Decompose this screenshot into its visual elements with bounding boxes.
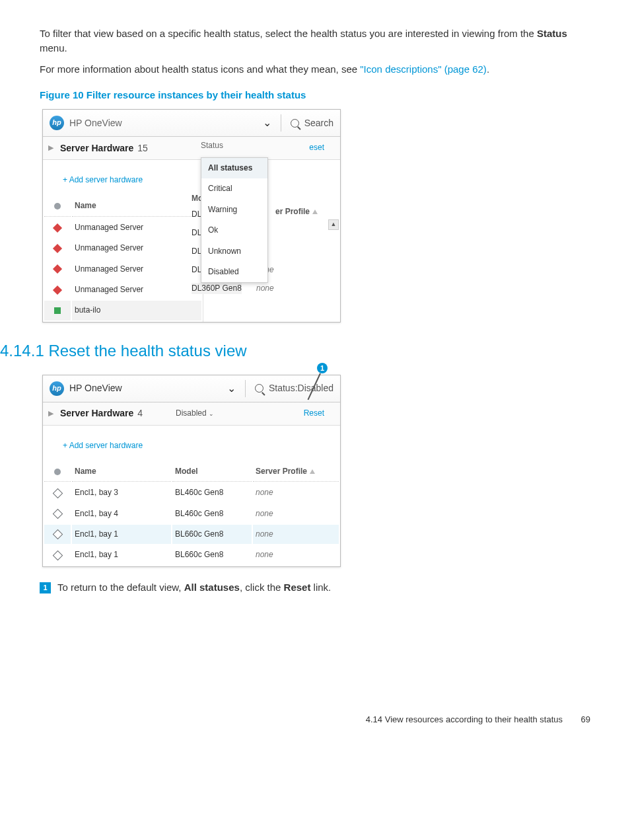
app-header: hp HP OneView ⌄ Status:Disabled (43, 375, 340, 402)
disabled-icon (52, 488, 63, 498)
left-pane: + Add server hardware Name Unmanaged Ser… (43, 160, 203, 322)
app-title: HP OneView (69, 381, 122, 395)
table-row[interactable]: Unmanaged Server (44, 218, 201, 237)
screenshot-reset-view: hp HP OneView ⌄ Status:Disabled ▶ Server… (42, 375, 341, 567)
col-model-header[interactable]: Model (172, 463, 252, 482)
footer-text: 4.14 View resources according to their h… (366, 714, 563, 726)
dropdown-item-warning[interactable]: Warning (201, 200, 267, 220)
sort-icon[interactable] (312, 210, 318, 214)
count-badge: 15 (137, 143, 148, 153)
subheader-row: ▶ Server Hardware 4 Disabled ⌄ Reset (43, 402, 340, 426)
page-number: 69 (572, 714, 590, 726)
ok-icon (54, 307, 61, 314)
table-row[interactable]: Encl1, bay 1 BL660c Gen8 none (44, 525, 339, 544)
screenshot-figure-10: hp HP OneView ⌄ Search ▶ Server Hardware… (42, 109, 341, 323)
table-row[interactable]: Unmanaged Server (44, 260, 201, 279)
link-icon-descriptions[interactable]: "Icon descriptions" (page 62) (360, 63, 487, 75)
critical-icon (53, 286, 62, 295)
text-bold: Status (537, 28, 567, 39)
col-server-profile-header[interactable]: Server Profile (253, 463, 339, 482)
status-dropdown[interactable]: All statuses Critical Warning Ok Unknown… (201, 157, 268, 283)
col-name-header[interactable]: Name (72, 198, 201, 216)
intro-paragraph-2: For more information about health status… (40, 62, 590, 77)
page-footer: 4.14 View resources according to their h… (40, 714, 590, 726)
chevron-down-icon[interactable]: ⌄ (227, 381, 236, 396)
search-icon[interactable] (291, 119, 299, 128)
section-heading: 4.14.1 Reset the health status view (0, 340, 590, 363)
table-row[interactable]: Encl1, bay 1 BL660c Gen8 none (44, 545, 339, 564)
annotation-badge: 1 (40, 582, 51, 593)
dropdown-item-ok[interactable]: Ok (201, 220, 267, 241)
dropdown-item-unknown[interactable]: Unknown (201, 241, 267, 262)
section-title: Server Hardware 15 (60, 141, 148, 155)
dropdown-item-all[interactable]: All statuses (201, 158, 267, 178)
table-row[interactable]: Encl1, bay 4 BL460c Gen8 none (44, 504, 339, 523)
table-row[interactable]: buta-ilo (44, 301, 201, 320)
callout-1: 1 (317, 363, 328, 402)
cell: DL360P Gen8 (192, 283, 242, 294)
server-table: Name Model Server Profile Encl1, bay 3 B… (43, 462, 340, 566)
server-table: Name Unmanaged Server Unmanaged Server U… (43, 196, 203, 321)
text: menu. (40, 42, 67, 54)
expand-icon[interactable]: ▶ (48, 408, 53, 419)
scroll-up-button[interactable]: ▲ (328, 219, 339, 230)
search-icon[interactable] (255, 384, 263, 393)
col-status-header[interactable] (44, 198, 71, 216)
critical-icon (53, 223, 62, 233)
columns: + Add server hardware Name Unmanaged Ser… (43, 160, 340, 322)
annotation-item-1: 1 To return to the default view, All sta… (40, 580, 590, 595)
text: link. (310, 582, 331, 593)
app-header: hp HP OneView ⌄ Search (43, 110, 340, 137)
col-server-profile-header-partial: er Profile (275, 206, 318, 217)
figure-caption: Figure 10 Filter resource instances by t… (40, 88, 590, 102)
search-label: Search (304, 116, 333, 130)
disabled-icon (52, 529, 63, 540)
app-title: HP OneView (69, 116, 122, 130)
hp-logo-icon: hp (50, 381, 64, 396)
critical-icon (53, 244, 62, 253)
text-bold: All statuses (184, 582, 240, 593)
hp-logo-icon: hp (50, 116, 64, 130)
body-area: + Add server hardware Name Model Server … (43, 426, 340, 566)
cell-profile: none (256, 283, 274, 294)
col-status-header[interactable] (44, 463, 71, 482)
disabled-icon (52, 509, 63, 519)
expand-icon[interactable]: ▶ (48, 143, 53, 153)
text: To filter that view based on a specific … (40, 28, 537, 39)
reset-link[interactable]: Reset (304, 408, 324, 419)
status-filter-label[interactable]: Status (201, 140, 223, 151)
chevron-down-icon[interactable]: ⌄ (263, 115, 271, 130)
disabled-icon (52, 551, 63, 561)
table-row[interactable]: Unmanaged Server (44, 280, 201, 299)
text: , click the (240, 582, 284, 593)
text: To return to the default view, (57, 582, 184, 593)
section-title: Server Hardware 4 (60, 406, 143, 420)
dropdown-item-disabled[interactable]: Disabled (201, 262, 267, 282)
count-badge: 4 (137, 408, 143, 418)
status-filter-value[interactable]: Disabled ⌄ (176, 408, 214, 419)
separator (281, 114, 281, 132)
right-pane: Status All statuses Critical Warning Ok … (203, 160, 340, 322)
text: . (487, 63, 489, 75)
add-server-hardware-link[interactable]: + Add server hardware (43, 435, 340, 462)
col-name-header[interactable]: Name (72, 463, 171, 482)
sort-icon[interactable] (310, 469, 315, 474)
subheader-row: ▶ Server Hardware 15 eset (43, 137, 340, 160)
callout-badge: 1 (317, 363, 328, 373)
text-bold: Reset (284, 582, 311, 593)
add-server-hardware-link[interactable]: + Add server hardware (43, 169, 203, 196)
reset-link-partial[interactable]: eset (309, 142, 324, 153)
table-row[interactable]: Encl1, bay 3 BL460c Gen8 none (44, 483, 339, 502)
text: For more information about health status… (40, 63, 360, 75)
dropdown-item-critical[interactable]: Critical (201, 178, 267, 199)
separator (245, 380, 246, 397)
critical-icon (53, 264, 62, 274)
intro-paragraph-1: To filter that view based on a specific … (40, 26, 590, 56)
table-row[interactable]: Unmanaged Server (44, 239, 201, 258)
